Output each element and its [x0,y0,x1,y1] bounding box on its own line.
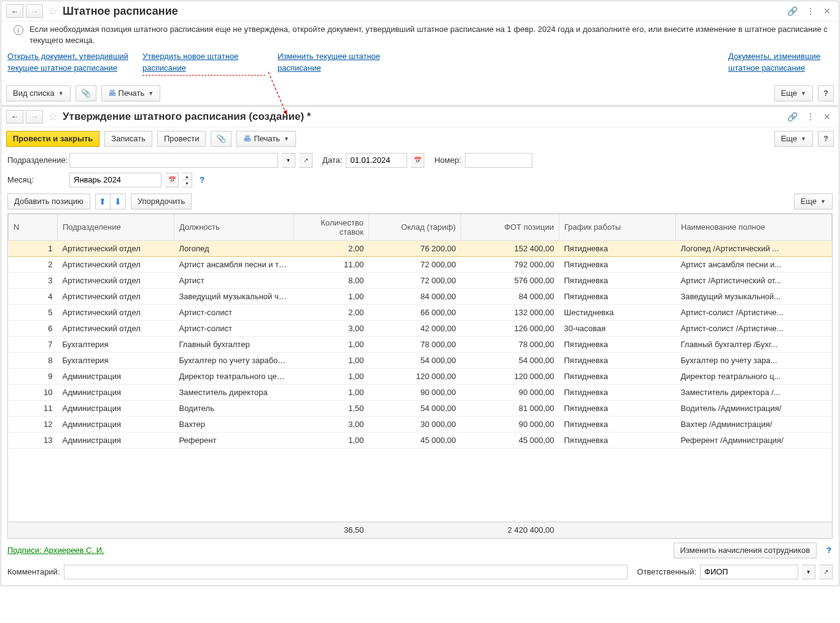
cell-sched: Пятидневка [559,336,676,352]
cell-dep: Администрация [58,384,174,400]
print-button[interactable]: 🖶Печать▼ [101,85,161,101]
table-row[interactable]: 3 Артистический отдел Артист 8,00 72 000… [9,272,832,288]
top-header: ← → ☆ Штатное расписание 🔗 ⋮ ✕ [1,1,839,22]
cell-sal: 66 000,00 [369,304,461,320]
dep-input[interactable] [69,153,278,168]
cell-dep: Артистический отдел [58,320,174,336]
cell-full: Логопед /Артистический ... [676,240,832,256]
cell-fot: 120 000,00 [461,368,559,384]
link-icon[interactable]: 🔗 [787,6,798,16]
move-up[interactable]: ⬆ [96,194,111,209]
table-row[interactable]: 2 Артистический отдел Артист ансамбля пе… [9,256,832,272]
more-button[interactable]: Еще▼ [774,85,813,101]
forward-button[interactable]: → [26,4,43,18]
cell-cnt: 1,00 [294,368,369,384]
menu-icon-2[interactable]: ⋮ [806,112,815,122]
table-row[interactable]: 13 Администрация Референт 1,00 45 000,00… [9,432,832,448]
forward-button-2[interactable]: → [26,110,43,123]
back-button-2[interactable]: ← [6,110,23,123]
col-n[interactable]: N [9,214,58,240]
table-row[interactable]: 7 Бухгалтерия Главный бухгалтер 1,00 78 … [9,336,832,352]
write-button[interactable]: Записать [104,131,152,147]
star-icon-2[interactable]: ☆ [48,110,58,123]
cell-dep: Артистический отдел [58,288,174,304]
more-button-2[interactable]: Еще▼ [774,131,813,147]
table-row[interactable]: 12 Администрация Вахтер 3,00 30 000,00 9… [9,416,832,432]
cell-n: 3 [9,272,58,288]
star-icon[interactable]: ☆ [48,4,58,18]
col-fot[interactable]: ФОТ позиции [461,214,559,240]
attach-button-2[interactable]: 📎 [211,131,231,147]
comment-input[interactable] [64,565,628,579]
table-more-button[interactable]: Еще▼ [794,194,833,210]
month-spinner[interactable]: ▲▼ [182,173,192,187]
move-down[interactable]: ⬇ [111,194,125,209]
menu-icon[interactable]: ⋮ [806,6,815,16]
signatures-link[interactable]: Подписи: Архиереев С. И. [1,541,111,560]
col-sched[interactable]: График работы [559,214,676,240]
dep-dropdown[interactable]: ▾ [282,153,295,168]
view-list-button[interactable]: Вид списка▼ [6,85,71,101]
link-icon-2[interactable]: 🔗 [787,112,798,122]
cell-fot: 132 000,00 [461,304,559,320]
cell-n: 2 [9,256,58,272]
month-help[interactable]: ? [200,175,204,184]
date-picker[interactable]: 📅 [411,153,424,168]
col-cnt[interactable]: Количество ставок [294,214,369,240]
change-accruals-button[interactable]: Изменить начисления сотрудников [674,543,817,558]
post-button[interactable]: Провести [157,131,206,147]
col-dep[interactable]: Подразделение [58,214,174,240]
cell-cnt: 1,50 [294,400,369,416]
cell-fot: 84 000,00 [461,288,559,304]
link-change-docs[interactable]: Документы, изменившие штатное расписание [728,51,833,75]
cell-dep: Администрация [58,400,174,416]
cell-pos: Бухгалтер по учету заработн... [174,352,294,368]
col-sal[interactable]: Оклад (тариф) [369,214,461,240]
table-row[interactable]: 6 Артистический отдел Артист-солист 3,00… [9,320,832,336]
cell-fot: 78 000,00 [461,336,559,352]
help-button-2[interactable]: ? [818,131,834,147]
cell-sal: 42 000,00 [369,320,461,336]
help-button[interactable]: ? [818,85,834,101]
total-fot: 2 420 400,00 [461,522,559,538]
table-row[interactable]: 4 Артистический отдел Заведущий музыкаль… [9,288,832,304]
cell-sal: 72 000,00 [369,272,461,288]
table-row[interactable]: 5 Артистический отдел Артист-солист 2,00… [9,304,832,320]
table-row[interactable]: 10 Администрация Заместитель директора 1… [9,384,832,400]
num-input[interactable] [465,153,532,168]
responsible-input[interactable] [700,565,798,579]
table-row[interactable]: 1 Артистический отдел Логопед 2,00 76 20… [9,240,832,256]
month-input[interactable] [69,173,161,187]
order-button[interactable]: Упорядочить [131,194,192,210]
cell-sal: 120 000,00 [369,368,461,384]
table-toolbar: Добавить позицию ⬆ ⬇ Упорядочить Еще▼ [1,190,839,213]
col-pos[interactable]: Должность [174,214,294,240]
cell-full: Водитель /Администрация/ [676,400,832,416]
print-button-2[interactable]: 🖶Печать▼ [236,131,296,147]
back-button[interactable]: ← [6,4,23,18]
cell-fot: 126 000,00 [461,320,559,336]
post-close-button[interactable]: Провести и закрыть [6,131,99,147]
add-position-button[interactable]: Добавить позицию [7,194,90,210]
cell-n: 13 [9,432,58,448]
cell-pos: Логопед [174,240,294,256]
cell-fot: 54 000,00 [461,352,559,368]
link-open-doc[interactable]: Открыть документ, утвердивший текущее шт… [7,51,130,75]
close-icon[interactable]: ✕ [823,6,831,16]
close-icon-2[interactable]: ✕ [823,112,831,122]
month-label: Месяц: [7,175,66,184]
month-picker[interactable]: 📅 [165,173,179,187]
col-full[interactable]: Наименование полное [676,214,832,240]
attach-button[interactable]: 📎 [76,85,96,101]
table-row[interactable]: 11 Администрация Водитель 1,50 54 000,00… [9,400,832,416]
approval-window: ← → ☆ Утверждение штатного расписания (с… [1,106,839,586]
date-input[interactable] [346,153,407,168]
dep-open[interactable]: ↗ [299,153,313,168]
responsible-open[interactable]: ↗ [819,565,833,579]
link-change-current[interactable]: Изменить текущее штатное расписание [278,51,400,75]
change-help[interactable]: ? [826,546,831,555]
responsible-dropdown[interactable]: ▾ [802,565,815,579]
link-approve-new[interactable]: Утвердить новое штатное расписание [142,51,265,75]
table-row[interactable]: 8 Бухгалтерия Бухгалтер по учету заработ… [9,352,832,368]
table-row[interactable]: 9 Администрация Директор театрального це… [9,368,832,384]
